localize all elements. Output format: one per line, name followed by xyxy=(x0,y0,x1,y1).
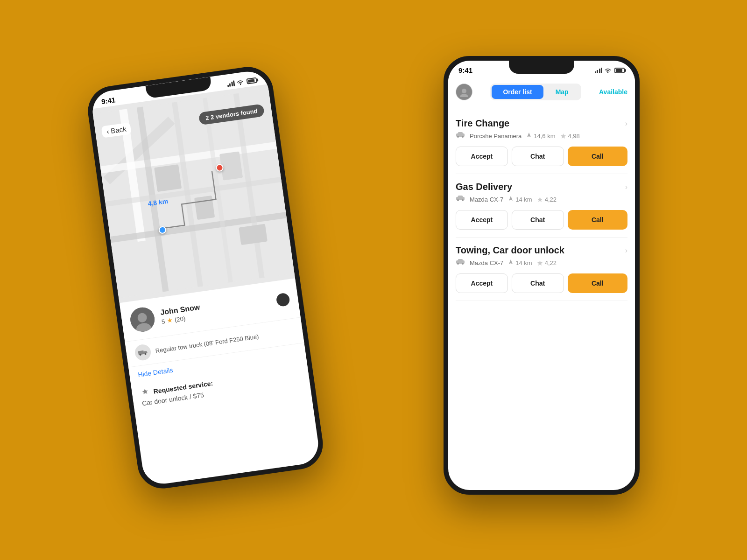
left-status-icons xyxy=(226,77,257,87)
orders-list: Tire Change › Porcshe Panamera xyxy=(448,111,635,301)
chat-button-0[interactable]: Chat xyxy=(512,147,564,166)
svg-point-26 xyxy=(462,136,464,138)
truck-description: Regular tow truck (08' Ford F250 Blue) xyxy=(155,333,259,354)
svg-point-22 xyxy=(462,89,466,93)
nav-icon-0 xyxy=(526,133,532,139)
order-card-1: Gas Delivery › Mazda CX-7 xyxy=(456,174,627,238)
svg-point-28 xyxy=(457,199,459,201)
right-phone-screen: 9:41 xyxy=(448,61,635,490)
accept-button-1[interactable]: Accept xyxy=(456,210,508,230)
car-icon-0 xyxy=(456,132,465,140)
right-phone: 9:41 xyxy=(444,56,640,495)
left-phone: 9:41 xyxy=(85,63,326,491)
order-card-header-0: Tire Change › xyxy=(456,118,627,129)
order-type-1: Gas Delivery xyxy=(456,182,512,192)
accept-button-2[interactable]: Accept xyxy=(456,273,508,293)
rating-value: 5 xyxy=(161,318,165,325)
nav-icon-2 xyxy=(508,259,514,266)
driver-status-dot xyxy=(275,293,290,308)
order-actions-1: Accept Chat Call xyxy=(456,210,627,230)
star-icon-2 xyxy=(537,260,543,266)
left-time: 9:41 xyxy=(101,96,116,105)
nav-icon-1 xyxy=(508,196,514,203)
order-meta-2: Mazda CX-7 14 km 4,22 xyxy=(456,259,627,267)
chevron-right-icon-2: › xyxy=(625,246,627,255)
svg-point-32 xyxy=(462,263,464,265)
chevron-right-icon-1: › xyxy=(625,183,627,191)
profile-avatar[interactable] xyxy=(456,84,472,100)
svg-point-23 xyxy=(460,94,468,97)
order-actions-2: Accept Chat Call xyxy=(456,273,627,293)
car-name-1: Mazda CX-7 xyxy=(470,196,503,203)
car-icon-1 xyxy=(456,195,465,203)
header-top: Order list Map Available xyxy=(456,84,627,100)
svg-point-25 xyxy=(457,136,459,138)
phones-container: 9:41 xyxy=(93,47,654,513)
left-phone-screen: 9:41 xyxy=(90,69,321,487)
order-card-header-2: Towing, Car door unlock › xyxy=(456,245,627,256)
svg-rect-11 xyxy=(154,164,182,192)
distance-info-0: 14,6 km xyxy=(526,133,555,140)
star-icon-1 xyxy=(537,196,543,203)
chat-button-2[interactable]: Chat xyxy=(512,273,564,293)
order-type-2: Towing, Car door unlock xyxy=(456,245,564,256)
vendors-count: 2 xyxy=(205,114,209,122)
car-name-0: Porcshe Panamera xyxy=(470,133,521,140)
distance-info-2: 14 km xyxy=(508,259,532,266)
call-button-2[interactable]: Call xyxy=(568,273,628,293)
call-button-0[interactable]: Call xyxy=(568,147,628,166)
order-header: Order list Map Available xyxy=(448,76,635,111)
wifi-icon xyxy=(236,79,245,85)
call-button-1[interactable]: Call xyxy=(568,210,628,230)
signal-icon xyxy=(595,68,603,73)
svg-point-31 xyxy=(457,263,459,265)
battery-icon xyxy=(246,77,257,84)
map-area: 2 2 vendors found ‹ Back 4,8 km xyxy=(92,84,295,303)
order-meta-0: Porcshe Panamera 14,6 km 4,98 xyxy=(456,132,627,140)
wifi-icon xyxy=(604,68,612,73)
car-name-2: Mazda CX-7 xyxy=(470,259,503,266)
signal-icon xyxy=(226,80,235,87)
rating-info-2: 4,22 xyxy=(537,259,557,266)
back-label: Back xyxy=(110,125,127,135)
right-notch xyxy=(509,61,574,74)
review-count: (20) xyxy=(174,315,186,323)
chat-button-1[interactable]: Chat xyxy=(512,210,564,230)
tab-map[interactable]: Map xyxy=(544,85,580,99)
svg-rect-13 xyxy=(239,224,268,245)
svg-point-21 xyxy=(607,72,608,73)
rating-info-0: 4,98 xyxy=(560,133,580,140)
truck-icon xyxy=(134,343,152,361)
accept-button-0[interactable]: Accept xyxy=(456,147,508,166)
rating-info-1: 4,22 xyxy=(537,196,557,203)
order-actions-0: Accept Chat Call xyxy=(456,147,627,166)
tab-order-list[interactable]: Order list xyxy=(492,85,543,99)
avatar xyxy=(129,306,156,333)
distance-info-1: 14 km xyxy=(508,196,532,203)
order-card-0: Tire Change › Porcshe Panamera xyxy=(456,111,627,174)
order-card-header-1: Gas Delivery › xyxy=(456,182,627,192)
car-icon-2 xyxy=(456,259,465,267)
order-meta-1: Mazda CX-7 14 km 4,22 xyxy=(456,195,627,203)
right-status-icons xyxy=(595,68,625,73)
svg-rect-12 xyxy=(194,196,215,220)
star-icon-0 xyxy=(560,133,566,139)
star-icon: ★ xyxy=(166,316,173,325)
back-chevron: ‹ xyxy=(106,127,109,136)
right-time: 9:41 xyxy=(458,66,472,74)
map-svg xyxy=(92,84,295,303)
service-icon xyxy=(140,387,151,398)
driver-info: John Snow 5 ★ (20) xyxy=(160,293,271,325)
tab-switcher: Order list Map xyxy=(490,84,581,100)
order-type-0: Tire Change xyxy=(456,118,509,129)
battery-icon xyxy=(614,68,625,73)
available-badge: Available xyxy=(599,88,627,96)
chevron-right-icon-0: › xyxy=(625,119,627,128)
svg-point-29 xyxy=(462,199,464,201)
order-card-2: Towing, Car door unlock › Mazd xyxy=(456,238,627,301)
